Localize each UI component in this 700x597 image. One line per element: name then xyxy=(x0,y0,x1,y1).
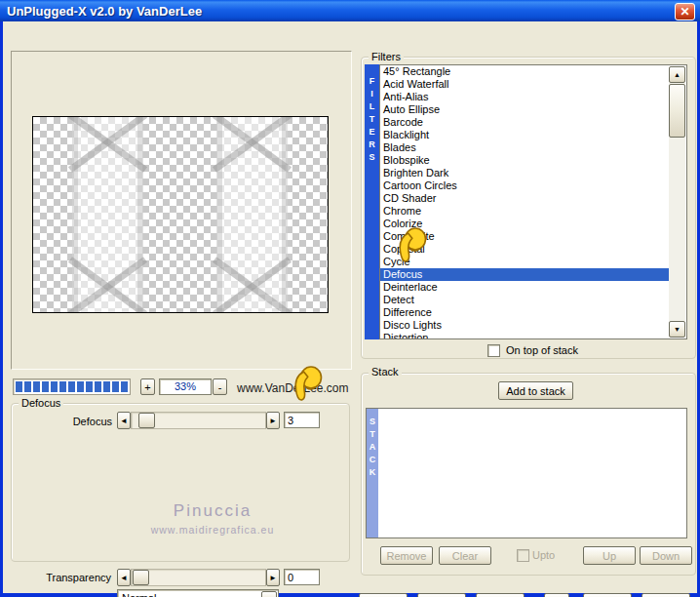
up-button[interactable]: Up xyxy=(583,546,636,565)
preview-banners-graphic xyxy=(33,117,328,312)
open-button[interactable]: Open xyxy=(359,593,408,597)
defocus-slider-track[interactable] xyxy=(131,412,266,429)
defocus-slider-thumb[interactable] xyxy=(138,413,155,428)
filter-list[interactable]: 45° RectangleAcid WaterfallAnti-AliasAut… xyxy=(379,64,687,339)
watermark-site: www.maidiregrafica.eu xyxy=(100,524,325,536)
filter-list-item[interactable]: Detect xyxy=(380,294,670,306)
transparency-slider-label: Transparency xyxy=(22,572,111,583)
stack-list[interactable]: STACK xyxy=(366,408,687,538)
zoom-out-button[interactable]: - xyxy=(213,378,227,395)
titlebar[interactable]: UnPlugged-X v2.0 by VanDerLee ✕ xyxy=(0,0,700,21)
scroll-down-icon[interactable]: ▼ xyxy=(669,321,685,338)
on-top-of-stack-label: On top of stack xyxy=(506,344,578,356)
pointing-hand-icon xyxy=(396,226,427,267)
filter-list-item[interactable]: Barcode xyxy=(380,116,670,129)
blend-mode-value: Normal xyxy=(122,592,156,597)
filter-list-item[interactable]: Disco Lights xyxy=(380,319,670,332)
defocus-slider-label: Defocus xyxy=(42,416,112,427)
transparency-value-input[interactable] xyxy=(284,569,320,585)
defocus-value-input[interactable] xyxy=(284,412,320,428)
defocus-arrow-left[interactable]: ◄ xyxy=(117,412,131,429)
transparency-slider-thumb[interactable] xyxy=(133,570,149,585)
filter-list-item[interactable]: Distortion xyxy=(380,332,670,339)
filter-list-item[interactable]: Blades xyxy=(380,141,670,154)
filter-list-scrollbar[interactable]: ▲ ▼ xyxy=(669,66,685,338)
filter-list-item[interactable]: Auto Ellipse xyxy=(380,103,670,116)
zoom-in-button[interactable]: + xyxy=(140,378,155,395)
stack-group-label: Stack xyxy=(369,366,402,378)
zoom-level: 33% xyxy=(159,378,212,395)
watermark-name: Pinuccia xyxy=(100,501,325,521)
preview-image[interactable] xyxy=(32,116,329,313)
down-button[interactable]: Down xyxy=(640,546,692,565)
upto-label: Upto xyxy=(532,549,555,561)
save-button[interactable]: Save xyxy=(417,593,466,597)
close-icon[interactable]: ✕ xyxy=(675,3,695,20)
unpluggedx-dialog: UnPlugged-X v2.0 by VanDerLee ✕ xyxy=(0,0,700,597)
filter-list-item[interactable]: Acid Waterfall xyxy=(380,78,670,91)
filters-group-label: Filters xyxy=(369,51,404,62)
filter-list-item[interactable]: Chrome xyxy=(380,205,670,218)
cancel-button[interactable]: Cancel xyxy=(583,593,632,597)
filter-list-item[interactable]: Blobspike xyxy=(380,154,670,167)
stack-side-bar: STACK xyxy=(367,409,378,537)
remove-button[interactable]: Remove xyxy=(380,546,433,565)
ok-button[interactable]: OK xyxy=(642,593,690,597)
defocus-group-label: Defocus xyxy=(19,397,63,409)
upto-checkbox[interactable] xyxy=(517,549,529,562)
scroll-up-icon[interactable]: ▲ xyxy=(669,66,685,83)
filters-side-label: FILTERS xyxy=(365,64,379,164)
transparency-arrow-right[interactable]: ► xyxy=(266,569,280,586)
transparency-arrow-left[interactable]: ◄ xyxy=(117,569,131,586)
defocus-arrow-right[interactable]: ► xyxy=(266,412,280,429)
filter-list-item[interactable]: Anti-Alias xyxy=(380,91,670,103)
blend-mode-dropdown[interactable]: Normal ▼ xyxy=(117,589,279,597)
dialog-content: + 33% - www.VanDerLee.com Defocus Defocu… xyxy=(3,21,697,593)
chevron-down-icon[interactable]: ▼ xyxy=(261,591,277,597)
window-title: UnPlugged-X v2.0 by VanDerLee xyxy=(0,4,202,19)
filter-list-item[interactable]: Defocus xyxy=(380,268,670,281)
filter-list-item[interactable]: Blacklight xyxy=(380,129,670,141)
delete-button[interactable]: Delete xyxy=(476,593,525,597)
filters-side-bar: FILTERS xyxy=(365,64,379,339)
filter-list-item[interactable]: Brighten Dark xyxy=(380,167,670,179)
pointing-hand-icon xyxy=(292,365,323,406)
filter-list-item[interactable]: Cartoon Circles xyxy=(380,179,670,192)
filter-list-item[interactable]: Difference xyxy=(380,306,670,319)
add-to-stack-button[interactable]: Add to stack xyxy=(498,381,573,400)
on-top-of-stack-checkbox[interactable] xyxy=(487,344,500,357)
filter-list-item[interactable]: CD Shader xyxy=(380,192,670,205)
filter-list-item[interactable]: 45° Rectangle xyxy=(380,65,670,78)
help-button[interactable]: ? xyxy=(544,593,569,597)
stack-side-label: STACK xyxy=(367,409,378,479)
progress-bar xyxy=(13,378,131,395)
preview-panel xyxy=(11,51,352,370)
clear-button[interactable]: Clear xyxy=(439,546,491,565)
filter-list-item[interactable]: Deinterlace xyxy=(380,281,670,294)
scrollbar-thumb[interactable] xyxy=(669,84,685,138)
transparency-slider-track[interactable] xyxy=(131,569,266,586)
